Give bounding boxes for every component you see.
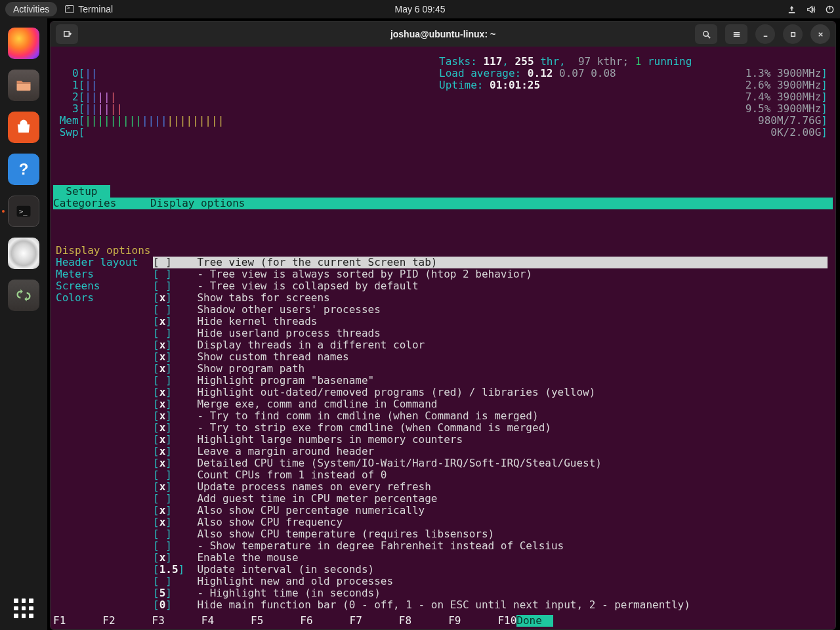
- option-row[interactable]: [ ] Tree view (for the current Screen ta…: [153, 257, 828, 268]
- volume-icon: [806, 5, 816, 14]
- option-row[interactable]: [ ] Highlight program "basename": [153, 375, 828, 387]
- terminal-window: joshua@ubuntu-linux: ~ 0[|| 1.3% 3900MHz…: [50, 21, 836, 630]
- dock-software[interactable]: [8, 112, 39, 143]
- option-row[interactable]: [x] Show program path: [153, 363, 828, 375]
- category-item[interactable]: Colors: [56, 292, 153, 304]
- option-row[interactable]: [1.5] Update interval (in seconds): [153, 564, 828, 576]
- option-row[interactable]: [x] Enable the mouse: [153, 552, 828, 564]
- terminal-icon: [65, 5, 74, 13]
- new-tab-button[interactable]: [56, 24, 78, 44]
- options-header: Display options: [150, 198, 833, 209]
- window-titlebar: joshua@ubuntu-linux: ~: [51, 22, 835, 47]
- option-row[interactable]: [x] - Try to find comm in cmdline (when …: [153, 410, 828, 422]
- dock-apps-grid[interactable]: [14, 598, 33, 618]
- option-row[interactable]: [x] Display threads in a different color: [153, 339, 828, 351]
- system-tray[interactable]: [787, 5, 835, 14]
- svg-rect-4: [64, 31, 69, 36]
- dock-terminal[interactable]: >_: [8, 196, 39, 227]
- network-icon: [787, 5, 797, 14]
- menu-button[interactable]: [725, 24, 747, 44]
- svg-rect-13: [791, 32, 795, 36]
- option-row[interactable]: [x] Highlight out-dated/removed programs…: [153, 387, 828, 398]
- option-row[interactable]: [x] Merge exe, comm and cmdline in Comma…: [153, 398, 828, 410]
- category-item[interactable]: Meters: [56, 268, 153, 280]
- dock-files[interactable]: [8, 70, 39, 101]
- dock-firefox[interactable]: [8, 28, 39, 59]
- option-row[interactable]: [5] - Highlight time (in seconds): [153, 587, 828, 599]
- option-row[interactable]: [x] Update process names on every refres…: [153, 481, 828, 493]
- option-row[interactable]: [ ] - Tree view is collapsed by default: [153, 280, 828, 292]
- svg-point-7: [703, 31, 708, 36]
- gnome-top-bar: Activities Terminal May 6 09:45: [0, 0, 840, 18]
- option-row[interactable]: [ ] Highlight new and old processes: [153, 576, 828, 587]
- option-row[interactable]: [ ] Add guest time in CPU meter percenta…: [153, 493, 828, 505]
- minimize-button[interactable]: [755, 24, 775, 44]
- option-row[interactable]: [x] Show tabs for screens: [153, 292, 828, 304]
- search-button[interactable]: [695, 24, 717, 44]
- option-row[interactable]: [ ] Hide userland process threads: [153, 327, 828, 339]
- option-row[interactable]: [x] Also show CPU frequency: [153, 516, 828, 528]
- option-row[interactable]: [ ] - Tree view is always sorted by PID …: [153, 268, 828, 280]
- option-row[interactable]: [x] - Try to strip exe from cmdline (whe…: [153, 422, 828, 434]
- activities-button[interactable]: Activities: [5, 2, 57, 16]
- option-row[interactable]: [ ] Shadow other users' processes: [153, 304, 828, 316]
- window-title: joshua@ubuntu-linux: ~: [390, 29, 495, 39]
- option-row[interactable]: [0] Hide main function bar (0 - off, 1 -…: [153, 599, 828, 611]
- app-menu-label: Terminal: [78, 4, 113, 14]
- function-key-bar: F1F2F3F4F5F6F7F8F9F10Done: [53, 615, 833, 627]
- app-menu[interactable]: Terminal: [65, 4, 113, 14]
- option-row[interactable]: [x] Hide kernel threads: [153, 316, 828, 327]
- option-row[interactable]: [ ] - Show temperature in degree Fahrenh…: [153, 540, 828, 552]
- close-button[interactable]: [810, 24, 830, 44]
- option-row[interactable]: [x] Detailed CPU time (System/IO-Wait/Ha…: [153, 457, 828, 469]
- clock[interactable]: May 6 09:45: [394, 4, 445, 14]
- category-item[interactable]: Screens: [56, 280, 153, 292]
- option-row[interactable]: [x] Show custom thread names: [153, 351, 828, 363]
- category-item[interactable]: Header layout: [56, 257, 153, 268]
- svg-line-8: [707, 35, 710, 38]
- maximize-button[interactable]: [783, 24, 803, 44]
- dock-trash[interactable]: [8, 280, 39, 311]
- dock: ? >_: [0, 18, 47, 630]
- dock-help[interactable]: ?: [8, 154, 39, 185]
- option-row[interactable]: [ ] Count CPUs from 1 instead of 0: [153, 469, 828, 481]
- option-row[interactable]: [x] Highlight large numbers in memory co…: [153, 434, 828, 446]
- power-icon: [825, 5, 835, 14]
- htop-screen[interactable]: 0[|| 1.3% 3900MHz] 1[|| 2.6% 3900MHz] 2[…: [51, 47, 835, 629]
- dock-disc[interactable]: [8, 238, 39, 269]
- option-row[interactable]: [ ] Also show CPU temperature (requires …: [153, 528, 828, 540]
- category-item[interactable]: Display options: [56, 245, 153, 257]
- categories-header: Categories: [53, 198, 150, 209]
- svg-text:>_: >_: [19, 207, 28, 216]
- option-row[interactable]: [x] Also show CPU percentage numerically: [153, 505, 828, 516]
- setup-tab: Setup: [53, 185, 110, 198]
- option-row[interactable]: [x] Leave a margin around header: [153, 446, 828, 457]
